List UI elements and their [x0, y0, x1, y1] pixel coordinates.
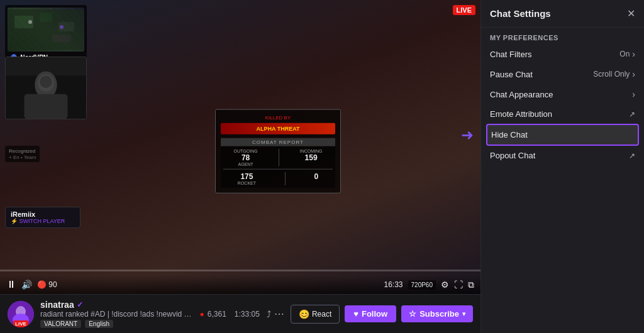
combat-report-overlay: KILLED BY ALPHA THREAT COMBAT REPORT OUT… [215, 109, 341, 194]
fullscreen-icon[interactable]: ⛶ [454, 280, 463, 290]
time-display: 16:33 [384, 280, 402, 289]
channel-info: sinatraa ✓ radiant ranked #AD | !discord… [40, 300, 194, 328]
language-tag[interactable]: English [85, 320, 113, 328]
svg-point-7 [60, 25, 64, 29]
more-options-icon[interactable]: ⋯ [274, 308, 284, 320]
viewer-count: 6,361 [208, 310, 226, 319]
settings-item-emote-attribution[interactable]: Emote Attribution ↗ [481, 104, 644, 124]
heart-icon: ♥ [353, 309, 358, 319]
stat1-num: 78 [234, 153, 258, 162]
svg-point-6 [28, 20, 32, 24]
viewer-count-video: 🔴 90 [37, 280, 57, 289]
stat3-num: 175 [238, 172, 256, 181]
settings-item-chat-appearance[interactable]: Chat Appearance › [481, 84, 644, 104]
verified-icon: ✓ [77, 300, 83, 309]
chevron-right-icon: › [632, 49, 635, 59]
subscribe-button[interactable]: ☆ Subscribe ▾ [401, 305, 473, 322]
iremiix-role: ⚡ SWITCH PLAYER [11, 218, 75, 224]
stat1-label: OUTGOING [234, 149, 258, 153]
svg-rect-2 [40, 13, 52, 22]
svg-point-13 [40, 75, 52, 88]
settings-item-hide-chat[interactable]: Hide Chat [486, 124, 639, 146]
highlight-arrow: ➜ [461, 126, 474, 144]
volume-icon[interactable]: 🔊 [21, 280, 32, 290]
action-buttons: 😊 React ♥ Follow ☆ Subscribe ▾ [291, 305, 473, 324]
stat3-label: ROCKET [238, 181, 256, 185]
settings-icon[interactable]: ⚙ [441, 280, 449, 290]
live-badge: LIVE [453, 5, 475, 15]
chevron-right-icon-3: › [632, 89, 635, 99]
share-icon[interactable]: ⤴ [267, 309, 271, 319]
settings-section-label: MY PREFERENCES [481, 28, 644, 44]
react-button[interactable]: 😊 React [291, 305, 340, 324]
external-link-icon: ↗ [629, 110, 635, 119]
duration: 1:33:05 [235, 310, 260, 319]
bottom-bar: LIVE sinatraa ✓ radiant ranked #AD | !di… [0, 294, 480, 333]
viewers-info: ● 6,361 1:33:05 ⤴ ⋯ [200, 308, 284, 320]
miniplayer-icon[interactable]: ⧉ [468, 280, 474, 290]
quality-badge[interactable]: 720P60 [408, 280, 436, 290]
star-icon: ☆ [409, 309, 416, 319]
combat-report-title: COMBAT REPORT [221, 138, 335, 146]
chat-settings-panel: Chat Settings ✕ MY PREFERENCES Chat Filt… [480, 0, 644, 333]
killed-by-text: KILLED BY [221, 115, 335, 121]
settings-item-chat-filters[interactable]: Chat Filters On › [481, 44, 644, 64]
svg-rect-11 [25, 94, 68, 119]
settings-title: Chat Settings [490, 8, 551, 19]
channel-avatar: LIVE [8, 301, 34, 327]
stat2-label: INCOMING [300, 149, 323, 153]
iremiix-name: iRemiix [11, 210, 75, 218]
play-pause-button[interactable]: ⏸ [6, 279, 16, 290]
react-icon: 😊 [299, 309, 309, 319]
enemy-name: ALPHA THREAT [221, 123, 335, 134]
dropdown-arrow: ▾ [462, 310, 465, 317]
svg-rect-5 [52, 35, 71, 42]
live-label: LIVE [13, 320, 28, 327]
iremiix-card: iRemiix ⚡ SWITCH PLAYER [5, 207, 80, 228]
settings-item-popout-chat[interactable]: Popout Chat ↗ [481, 146, 644, 165]
chevron-right-icon-2: › [632, 69, 635, 79]
follow-button[interactable]: ♥ Follow [345, 305, 396, 322]
external-link-icon-2: ↗ [629, 151, 635, 160]
stat2-num: 159 [300, 153, 323, 162]
settings-close-button[interactable]: ✕ [627, 8, 635, 19]
svg-rect-4 [21, 31, 46, 41]
recognized-badge: Recognized + En • Team [5, 146, 40, 162]
chat-panel: ‹ STREAM CHAT › 🎁 jul7ce 🎁 1234 aangbald… [480, 0, 644, 333]
channel-description: radiant ranked #AD | !discord !ads !newv… [40, 310, 194, 319]
stat4-num: 0 [314, 172, 318, 181]
stat1-sublabel: AGENT [234, 162, 258, 166]
game-tag[interactable]: VALORANT [40, 320, 81, 328]
webcam-overlay [5, 57, 87, 119]
channel-name-text: sinatraa [40, 300, 74, 310]
settings-header: Chat Settings ✕ [481, 0, 644, 28]
settings-item-pause-chat[interactable]: Pause Chat Scroll Only › [481, 64, 644, 84]
